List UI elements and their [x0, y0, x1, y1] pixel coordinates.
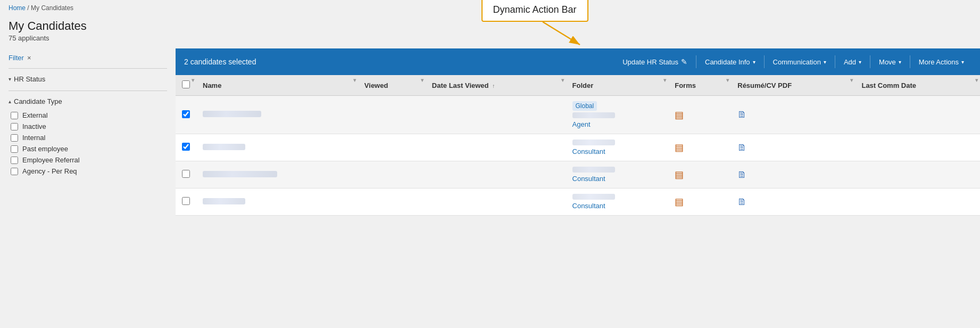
row3-name-cell [196, 161, 358, 188]
row1-checkbox[interactable] [182, 110, 190, 118]
row3-date-cell [426, 161, 566, 188]
row2-name-cell [196, 134, 358, 161]
filter-option-internal-label: Internal [22, 134, 45, 142]
table-row: Consultant ▤ 🗎 [176, 134, 980, 161]
callout-container: Dynamic Action Bar [481, 0, 588, 22]
filter-group-hr-status: ▾ HR Status [9, 73, 167, 85]
row4-date-cell [426, 188, 566, 216]
breadcrumb-home[interactable]: Home [9, 4, 26, 12]
pdf-icon: 🗎 [737, 109, 747, 120]
row1-name-cell [196, 96, 358, 134]
candidate-info-button[interactable]: Candidate Info ▾ [697, 48, 763, 75]
add-button[interactable]: Add ▾ [836, 48, 869, 75]
row1-pdf-cell[interactable]: 🗎 [731, 96, 855, 134]
table-row: Consultant ▤ 🗎 [176, 188, 980, 216]
move-button[interactable]: Move ▾ [871, 48, 909, 75]
th-last-comm-date-label: Last Comm Date [861, 81, 916, 89]
table-row: Global Agent ▤ 🗎 [176, 96, 980, 134]
th-last-comm-filter-icon: ▾ [975, 77, 978, 83]
row2-forms-cell[interactable]: ▤ [668, 134, 731, 161]
form-icon: ▤ [675, 169, 684, 180]
filter-option-agency-per-req[interactable]: Agency - Per Req [11, 166, 167, 177]
th-name[interactable]: Name ▾ [196, 75, 358, 96]
filter-group-hr-status-toggle[interactable]: ▾ HR Status [9, 73, 167, 85]
main-content: Filter × ▾ HR Status ▴ Candidate Type Ex… [0, 48, 980, 216]
filter-group-hr-status-label: HR Status [14, 75, 45, 83]
row3-pdf-cell[interactable]: 🗎 [731, 161, 855, 188]
callout-arrow-icon [540, 21, 588, 47]
pdf-icon: 🗎 [737, 196, 747, 207]
th-forms[interactable]: Forms ▾ [668, 75, 731, 96]
chevron-up-icon: ▴ [9, 99, 11, 104]
row3-folder-text: Consultant [572, 175, 605, 183]
svg-line-1 [543, 22, 580, 45]
filter-header: Filter × [9, 54, 167, 62]
th-checkbox: ▾ [176, 75, 196, 96]
form-icon: ▤ [675, 110, 684, 120]
callout-label: Dynamic Action Bar [493, 4, 577, 15]
add-chevron-icon: ▾ [859, 59, 861, 65]
row4-checkbox-cell[interactable] [176, 188, 196, 216]
row2-folder-blurred [572, 140, 615, 145]
page-subtitle: 75 applicants [9, 34, 971, 42]
filter-option-past-employee[interactable]: Past employee [11, 143, 167, 154]
th-date-last-viewed[interactable]: Date Last Viewed ↑ ▾ [426, 75, 566, 96]
selected-count-label: 2 candidates selected [184, 58, 615, 66]
filter-divider [9, 68, 167, 69]
row1-folder-tag: Global [572, 101, 597, 111]
filter-checkbox-internal[interactable] [11, 134, 18, 142]
row1-forms-cell[interactable]: ▤ [668, 96, 731, 134]
row1-checkbox-cell[interactable] [176, 96, 196, 134]
th-folder[interactable]: Folder ▾ [566, 75, 669, 96]
hr-status-divider [9, 91, 167, 91]
th-folder-filter-icon: ▾ [663, 77, 666, 83]
filter-checkbox-agency-per-req[interactable] [11, 168, 18, 175]
row3-checkbox[interactable] [182, 170, 190, 178]
filter-label: Filter [9, 54, 24, 62]
filter-checkbox-external[interactable] [11, 112, 18, 119]
filter-checkbox-employee-referral[interactable] [11, 157, 18, 164]
select-all-checkbox[interactable] [182, 80, 190, 88]
more-actions-button[interactable]: More Actions ▾ [911, 48, 971, 75]
th-date-last-viewed-filter-icon: ▾ [561, 77, 564, 83]
more-actions-label: More Actions [919, 58, 959, 66]
th-viewed[interactable]: Viewed ▾ [358, 75, 426, 96]
pdf-icon: 🗎 [737, 142, 747, 153]
table-header-row: ▾ Name ▾ Viewed ▾ Date Last Viewed ↑ [176, 75, 980, 96]
row3-last-comm-cell [855, 161, 980, 188]
filter-checkbox-inactive[interactable] [11, 123, 18, 130]
filter-group-candidate-type-toggle[interactable]: ▴ Candidate Type [9, 95, 167, 108]
row4-folder-text: Consultant [572, 202, 605, 210]
action-separator-2 [764, 55, 765, 68]
filter-option-external[interactable]: External [11, 110, 167, 121]
row2-folder-cell: Consultant [566, 134, 669, 161]
row3-forms-cell[interactable]: ▤ [668, 161, 731, 188]
row4-forms-cell[interactable]: ▤ [668, 188, 731, 216]
row2-checkbox-cell[interactable] [176, 134, 196, 161]
filter-option-internal[interactable]: Internal [11, 132, 167, 143]
th-resume-filter-icon: ▾ [850, 77, 853, 83]
row2-pdf-cell[interactable]: 🗎 [731, 134, 855, 161]
form-icon: ▤ [675, 142, 684, 153]
move-label: Move [879, 58, 896, 66]
filter-option-past-employee-label: Past employee [22, 145, 68, 153]
row1-date-cell [426, 96, 566, 134]
row2-checkbox[interactable] [182, 143, 190, 151]
chevron-down-icon: ▾ [9, 76, 11, 82]
row4-pdf-cell[interactable]: 🗎 [731, 188, 855, 216]
filter-option-employee-referral[interactable]: Employee Referral [11, 154, 167, 166]
communication-button[interactable]: Communication ▾ [766, 48, 834, 75]
update-hr-status-button[interactable]: Update HR Status ✎ [615, 48, 695, 75]
row3-checkbox-cell[interactable] [176, 161, 196, 188]
communication-chevron-icon: ▾ [824, 59, 826, 65]
th-last-comm-date[interactable]: Last Comm Date ▾ [855, 75, 980, 96]
row4-checkbox[interactable] [182, 197, 190, 205]
filter-close-button[interactable]: × [27, 54, 31, 62]
th-name-label: Name [203, 81, 221, 89]
row4-folder-cell: Consultant [566, 188, 669, 216]
th-resume-cv-pdf-label: Résumé/CV PDF [737, 81, 792, 89]
th-resume-cv-pdf[interactable]: Résumé/CV PDF ▾ [731, 75, 855, 96]
filter-checkbox-past-employee[interactable] [11, 145, 18, 153]
filter-option-inactive[interactable]: Inactive [11, 121, 167, 132]
move-chevron-icon: ▾ [899, 59, 901, 65]
